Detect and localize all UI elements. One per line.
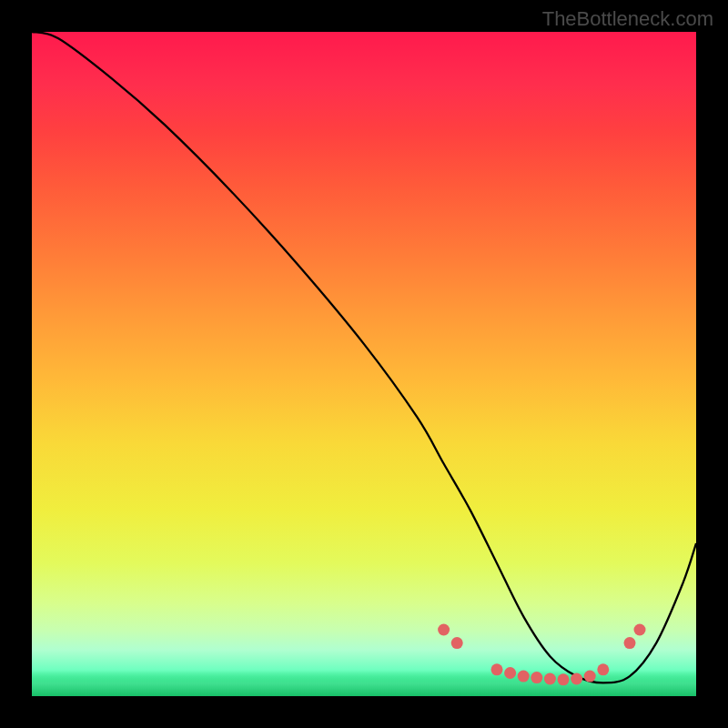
marker-dot: [571, 673, 582, 685]
marker-dot: [624, 637, 636, 649]
marker-dot: [558, 673, 570, 685]
curve-markers: [438, 624, 645, 686]
plot-area: [32, 32, 696, 696]
bottleneck-curve: [32, 32, 696, 682]
marker-dot: [504, 667, 516, 679]
marker-dot: [634, 624, 646, 636]
marker-dot: [597, 663, 609, 675]
watermark-text: TheBottleneck.com: [542, 7, 713, 31]
curve-svg: [32, 32, 696, 696]
marker-dot: [451, 637, 463, 649]
marker-dot: [531, 672, 542, 683]
marker-dot: [518, 671, 530, 682]
marker-dot: [491, 663, 503, 675]
marker-dot: [584, 671, 596, 682]
marker-dot: [544, 673, 556, 685]
marker-dot: [438, 624, 450, 636]
